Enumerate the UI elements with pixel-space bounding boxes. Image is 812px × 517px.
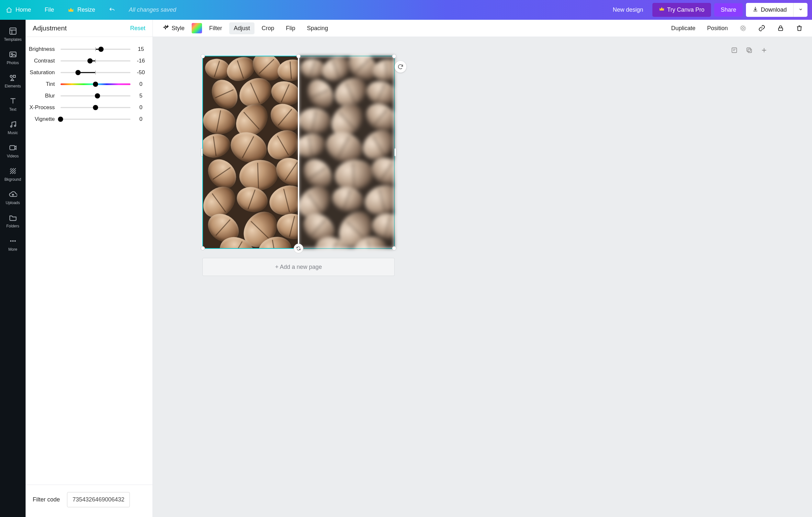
share-button[interactable]: Share (714, 3, 743, 17)
slider-thumb[interactable] (95, 93, 100, 99)
uploads-icon (9, 190, 17, 198)
chevron-down-icon (799, 6, 803, 13)
slider-thumb[interactable] (98, 47, 104, 52)
lock-button[interactable] (773, 22, 789, 34)
selected-image[interactable] (202, 56, 395, 249)
nav-bkground[interactable]: Bkground (0, 163, 26, 186)
svg-point-2 (11, 53, 12, 55)
crop-button[interactable]: Crop (257, 22, 279, 34)
new-design-button[interactable]: New design (607, 4, 649, 16)
try-pro-button[interactable]: Try Canva Pro (652, 3, 711, 17)
slider-thumb[interactable] (93, 82, 98, 87)
nav-music[interactable]: Music (0, 116, 26, 140)
nav-folders[interactable]: Folders (0, 210, 26, 233)
slider-value: 0 (136, 116, 145, 123)
slider-track[interactable] (61, 81, 130, 87)
slider-track[interactable] (61, 69, 130, 76)
undo-button[interactable] (103, 4, 121, 16)
slider-label: Blur (26, 93, 55, 99)
crown-icon (659, 6, 665, 13)
link-button[interactable] (754, 22, 770, 34)
resize-handle-tl[interactable] (201, 54, 205, 58)
color-picker[interactable] (192, 23, 202, 33)
nav-label: Templates (4, 37, 22, 42)
svg-point-14 (740, 25, 746, 31)
slider-track[interactable] (61, 104, 130, 111)
svg-point-5 (10, 126, 12, 127)
more-icon (9, 237, 17, 245)
nav-text[interactable]: Text (0, 93, 26, 116)
slider-label: Saturation (26, 69, 55, 76)
transparency-button[interactable] (735, 22, 751, 34)
elements-icon (9, 74, 17, 82)
canvas-area: Style Filter Adjust Crop Flip Spacing Du… (153, 20, 812, 517)
resize-handle-bl[interactable] (201, 246, 205, 250)
slider-thumb[interactable] (76, 70, 81, 75)
nav-label: Uploads (5, 200, 20, 205)
position-button[interactable]: Position (702, 22, 732, 34)
resize-handle-ml[interactable] (201, 148, 203, 157)
file-label: File (45, 6, 54, 13)
style-label: Style (172, 25, 184, 32)
download-dropdown[interactable] (793, 3, 808, 17)
slider-thumb[interactable] (93, 105, 98, 110)
nav-photos[interactable]: Photos (0, 46, 26, 70)
file-menu[interactable]: File (39, 4, 60, 16)
svg-rect-0 (10, 28, 16, 34)
slider-vignette: Vignette0 (26, 113, 145, 125)
spacing-button[interactable]: Spacing (302, 22, 332, 34)
page-notes-button[interactable] (730, 46, 738, 54)
duplicate-label: Duplicate (671, 25, 695, 32)
resize-handle-br[interactable] (392, 246, 396, 250)
nav-label: Text (9, 107, 16, 112)
slider-track[interactable] (61, 58, 130, 64)
slider-thumb[interactable] (87, 58, 93, 63)
nav-templates[interactable]: Templates (0, 23, 26, 46)
flip-button[interactable]: Flip (281, 22, 300, 34)
panel-title: Adjustment (33, 24, 67, 32)
slider-track[interactable] (61, 93, 130, 99)
reset-button[interactable]: Reset (130, 25, 145, 32)
delete-button[interactable] (791, 22, 808, 34)
filter-label: Filter (209, 25, 222, 32)
page-add-button[interactable] (760, 46, 768, 54)
adjust-button[interactable]: Adjust (229, 22, 255, 34)
style-button[interactable]: Style (157, 22, 189, 34)
nav-label: Bkground (4, 177, 21, 182)
slider-value: 5 (136, 93, 145, 99)
nav-more[interactable]: More (0, 233, 26, 256)
slider-track[interactable] (61, 116, 130, 123)
folders-icon (9, 214, 17, 222)
resize-button[interactable]: Resize (62, 4, 101, 16)
nav-label: Elements (4, 84, 21, 88)
templates-icon (9, 27, 17, 35)
position-label: Position (707, 25, 728, 32)
add-page-button[interactable]: + Add a new page (202, 258, 395, 276)
slider-track[interactable] (61, 46, 130, 53)
filter-code-input[interactable]: 7354326469006432 (67, 492, 130, 507)
duplicate-button[interactable]: Duplicate (667, 22, 700, 34)
nav-elements[interactable]: Elements (0, 70, 26, 93)
home-label: Home (16, 6, 31, 13)
slider-tint: Tint0 (26, 78, 145, 90)
canvas-inner: + Add a new page (153, 37, 812, 517)
compare-divider[interactable] (298, 56, 299, 248)
music-icon (9, 120, 17, 129)
slider-contrast: Contrast-16 (26, 55, 145, 67)
resize-handle-tr[interactable] (392, 54, 396, 58)
slider-label: Brightness (26, 46, 55, 53)
resize-handle-mr[interactable] (394, 148, 396, 157)
resize-handle-tm[interactable] (296, 54, 301, 58)
sync-button[interactable] (294, 244, 303, 253)
home-button[interactable]: Home (0, 4, 37, 16)
nav-uploads[interactable]: Uploads (0, 186, 26, 210)
slider-thumb[interactable] (58, 117, 63, 122)
svg-point-8 (10, 240, 11, 242)
download-button[interactable]: Download (746, 3, 793, 17)
filter-button[interactable]: Filter (205, 22, 227, 34)
leftnav: TemplatesPhotosElementsTextMusicVideosBk… (0, 20, 26, 517)
nav-label: Folders (6, 224, 19, 228)
nav-videos[interactable]: Videos (0, 140, 26, 163)
rotate-button[interactable] (395, 61, 406, 73)
page-duplicate-button[interactable] (745, 46, 753, 54)
